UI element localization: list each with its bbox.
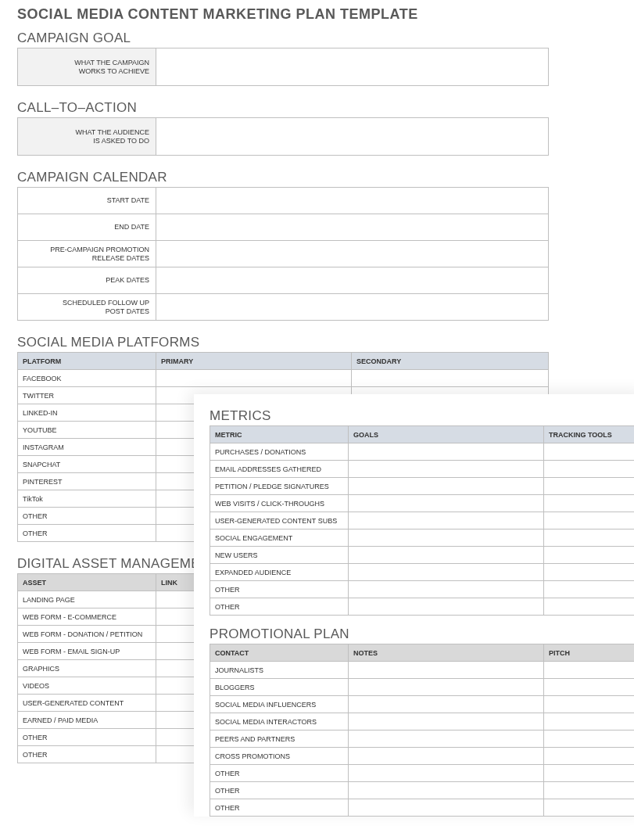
metrics-cell[interactable] (349, 478, 544, 495)
metrics-cell[interactable] (349, 495, 544, 512)
platforms-cell: INSTAGRAM (18, 439, 156, 456)
promo-cell[interactable] (544, 662, 635, 679)
promo-cell[interactable] (349, 731, 544, 748)
metrics-cell[interactable] (349, 461, 544, 478)
promo-cell[interactable] (349, 765, 544, 782)
platforms-cell: TikTok (18, 490, 156, 508)
calendar-label: START DATE (18, 188, 156, 214)
platforms-cell: PINTEREST (18, 473, 156, 490)
calendar-value[interactable] (156, 214, 549, 241)
promo-row: SOCIAL MEDIA INTERACTORS (210, 713, 635, 731)
metrics-cell: SOCIAL ENGAGEMENT (210, 529, 349, 547)
page-2: METRICS METRIC GOALS TRACKING TOOLS PURC… (194, 394, 634, 817)
platforms-cell: OTHER (18, 508, 156, 525)
platforms-cell: OTHER (18, 525, 156, 542)
calendar-value[interactable] (156, 294, 549, 321)
platforms-row: FACEBOOK (18, 370, 549, 387)
calendar-value[interactable] (156, 267, 549, 294)
metrics-cell: NEW USERS (210, 547, 349, 564)
metrics-cell[interactable] (349, 512, 544, 529)
metrics-cell: OTHER (210, 581, 349, 598)
calendar-value[interactable] (156, 241, 549, 267)
metrics-cell[interactable] (349, 564, 544, 581)
platforms-cell[interactable] (352, 370, 549, 387)
promo-cell[interactable] (544, 731, 635, 748)
cta-value[interactable] (156, 118, 549, 156)
metrics-hdr-goals: GOALS (349, 426, 544, 443)
promo-cell[interactable] (544, 748, 635, 765)
calendar-label: SCHEDULED FOLLOW UPPOST DATES (18, 294, 156, 321)
metrics-row: NEW USERS (210, 547, 635, 564)
metrics-row: WEB VISITS / CLICK-THROUGHS (210, 495, 635, 512)
calendar-value[interactable] (156, 188, 549, 214)
promo-cell[interactable] (544, 679, 635, 696)
metrics-cell[interactable] (349, 443, 544, 461)
assets-cell: OTHER (18, 746, 156, 763)
calendar-row: PEAK DATES (18, 267, 549, 294)
promo-table: CONTACT NOTES PITCH JOURNALISTSBLOGGERSS… (210, 644, 634, 817)
promo-cell[interactable] (544, 713, 635, 731)
metrics-cell: USER-GENERATED CONTENT SUBS (210, 512, 349, 529)
promo-cell[interactable] (544, 765, 635, 782)
section-title-calendar: CAMPAIGN CALENDAR (17, 170, 549, 185)
calendar-row: END DATE (18, 214, 549, 241)
calendar-row: PRE-CAMPAIGN PROMOTIONRELEASE DATES (18, 241, 549, 267)
assets-cell: VIDEOS (18, 677, 156, 695)
promo-hdr-contact: CONTACT (210, 644, 349, 662)
metrics-cell[interactable] (349, 529, 544, 547)
metrics-cell[interactable] (544, 598, 635, 616)
metrics-cell[interactable] (544, 443, 635, 461)
section-title-goal: CAMPAIGN GOAL (17, 31, 549, 46)
promo-cell: CROSS PROMOTIONS (210, 748, 349, 765)
calendar-table: START DATEEND DATEPRE-CAMPAIGN PROMOTION… (17, 187, 549, 321)
promo-cell: SOCIAL MEDIA INFLUENCERS (210, 696, 349, 713)
promo-cell[interactable] (349, 782, 544, 799)
metrics-cell[interactable] (544, 547, 635, 564)
promo-cell[interactable] (349, 696, 544, 713)
metrics-cell[interactable] (349, 581, 544, 598)
platforms-cell[interactable] (156, 370, 352, 387)
promo-row: SOCIAL MEDIA INFLUENCERS (210, 696, 635, 713)
metrics-cell[interactable] (544, 461, 635, 478)
promo-cell[interactable] (349, 748, 544, 765)
metrics-cell[interactable] (544, 581, 635, 598)
calendar-label: END DATE (18, 214, 156, 241)
promo-cell[interactable] (349, 713, 544, 731)
promo-cell[interactable] (349, 679, 544, 696)
metrics-cell[interactable] (544, 529, 635, 547)
promo-row: JOURNALISTS (210, 662, 635, 679)
assets-cell: USER-GENERATED CONTENT (18, 695, 156, 712)
metrics-row: OTHER (210, 581, 635, 598)
metrics-cell[interactable] (349, 598, 544, 616)
promo-cell[interactable] (544, 696, 635, 713)
goal-value[interactable] (156, 48, 549, 86)
metrics-row: PURCHASES / DONATIONS (210, 443, 635, 461)
metrics-cell[interactable] (544, 512, 635, 529)
promo-cell[interactable] (349, 662, 544, 679)
promo-row: CROSS PROMOTIONS (210, 748, 635, 765)
goal-table: WHAT THE CAMPAIGN WORKS TO ACHIEVE (17, 48, 549, 86)
metrics-cell[interactable] (544, 478, 635, 495)
promo-cell[interactable] (544, 799, 635, 817)
section-title-metrics: METRICS (210, 408, 634, 424)
assets-cell: WEB FORM - E-COMMERCE (18, 608, 156, 626)
metrics-cell[interactable] (544, 564, 635, 581)
section-title-cta: CALL–TO–ACTION (17, 100, 549, 116)
promo-cell[interactable] (544, 782, 635, 799)
promo-cell: PEERS AND PARTNERS (210, 731, 349, 748)
platforms-cell: FACEBOOK (18, 370, 156, 387)
section-title-platforms: SOCIAL MEDIA PLATFORMS (17, 335, 549, 350)
metrics-cell[interactable] (544, 495, 635, 512)
metrics-cell: PETITION / PLEDGE SIGNATURES (210, 478, 349, 495)
promo-cell[interactable] (349, 799, 544, 817)
metrics-table: METRIC GOALS TRACKING TOOLS PURCHASES / … (210, 425, 634, 616)
assets-cell: GRAPHICS (18, 660, 156, 677)
cta-table: WHAT THE AUDIENCE IS ASKED TO DO (17, 117, 549, 156)
metrics-cell: PURCHASES / DONATIONS (210, 443, 349, 461)
calendar-label: PRE-CAMPAIGN PROMOTIONRELEASE DATES (18, 241, 156, 267)
metrics-cell[interactable] (349, 547, 544, 564)
cta-label: WHAT THE AUDIENCE IS ASKED TO DO (18, 118, 156, 156)
promo-cell: SOCIAL MEDIA INTERACTORS (210, 713, 349, 731)
platforms-hdr-secondary: SECONDARY (352, 353, 549, 370)
promo-hdr-notes: NOTES (349, 644, 544, 662)
